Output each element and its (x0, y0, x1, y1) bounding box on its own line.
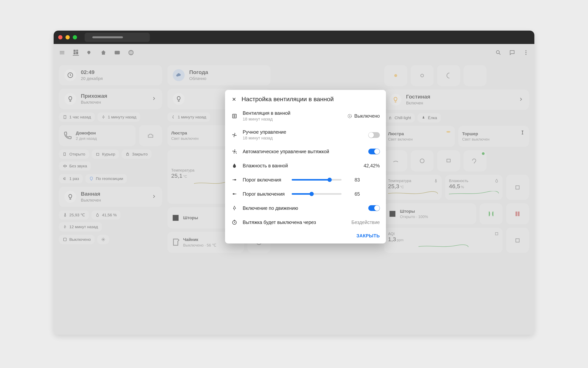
fan-icon (231, 113, 238, 119)
row-motion: Включение по движению (225, 201, 386, 215)
row-off-after: Вытяжка будет выключена через Бездействи… (225, 215, 386, 229)
svg-point-46 (233, 193, 235, 195)
svg-point-45 (234, 179, 236, 181)
window-zoom-icon[interactable] (73, 35, 77, 39)
app-root: 02:4920 декабря ПрихожаяВыключен 1 час н… (54, 44, 534, 335)
row-threshold-on: Порог включения 83 (225, 173, 386, 187)
manual-switch[interactable] (368, 132, 380, 138)
fan-rotor-icon (231, 132, 238, 138)
svg-point-43 (234, 134, 235, 135)
modal-title: Настройка вентиляции в ванной (241, 96, 334, 103)
row-humidity: Влажность в ванной 42,42% (225, 158, 386, 173)
timer-icon (231, 219, 238, 226)
threshold-on-slider[interactable] (292, 179, 341, 181)
slider-icon (231, 176, 238, 183)
browser-window: 02:4920 декабря ПрихожаяВыключен 1 час н… (54, 31, 534, 335)
close-button[interactable]: ЗАКРЫТЬ (357, 233, 380, 239)
row-auto: Автоматическое управление вытяжкой (225, 144, 386, 158)
window-titlebar (54, 31, 534, 44)
fan-auto-icon (231, 148, 238, 155)
motion-switch[interactable] (368, 205, 380, 211)
dashed-circle-icon (347, 113, 352, 119)
row-manual: Ручное управление18 минут назад (225, 126, 386, 144)
threshold-off-slider[interactable] (292, 193, 341, 195)
browser-tab[interactable] (85, 33, 150, 42)
state-indicator: Выключено (347, 113, 380, 119)
svg-point-47 (234, 206, 235, 207)
auto-switch[interactable] (368, 149, 380, 154)
svg-point-44 (234, 151, 235, 152)
row-threshold-off: Порог выключения 65 (225, 187, 386, 201)
close-icon[interactable] (231, 96, 237, 102)
row-fan-state[interactable]: Вентиляция в ванной18 минут назад Выключ… (225, 107, 386, 126)
motion-icon (231, 205, 238, 211)
slider-icon (231, 191, 238, 197)
droplet-icon (231, 162, 238, 169)
window-minimize-icon[interactable] (66, 35, 70, 39)
ventilation-settings-modal: Настройка вентиляции в ванной Вентиляция… (225, 90, 386, 243)
window-close-icon[interactable] (58, 35, 62, 39)
